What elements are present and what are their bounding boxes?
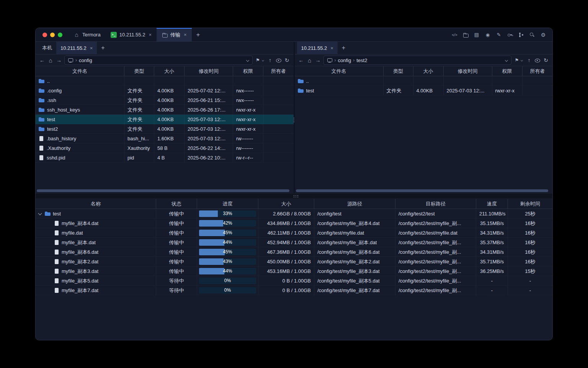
file-icon <box>55 259 59 264</box>
folder-blue-icon <box>39 98 44 103</box>
record-icon[interactable] <box>485 32 491 38</box>
breadcrumb-segment[interactable]: config <box>338 58 351 63</box>
column-header[interactable]: 大小 <box>413 66 444 76</box>
refresh-icon[interactable] <box>543 57 549 63</box>
transfer-size: 434.86MB / 1.00GB <box>258 219 314 228</box>
file-row[interactable]: ssh_host_keys 文件夹 4.00KB 2025-06-26 17:.… <box>36 105 294 115</box>
panel-tab[interactable]: 10.211.55.2 × <box>56 42 97 54</box>
code-icon[interactable] <box>451 32 457 38</box>
forward-icon[interactable] <box>56 57 62 63</box>
eye-icon[interactable] <box>276 57 282 63</box>
column-header[interactable]: 大小 <box>154 66 185 76</box>
horizontal-scrollbar[interactable] <box>37 189 289 192</box>
new-tab-button[interactable]: + <box>97 42 109 54</box>
breadcrumb-segment[interactable]: config <box>79 58 92 63</box>
path-bar[interactable]: › config <box>64 56 253 65</box>
gear-icon[interactable] <box>540 32 546 38</box>
horizontal-splitter[interactable] <box>36 193 552 199</box>
transfer-row[interactable]: myfile_副本2.dat 传输中 43% 450.00MB / 1.00GB… <box>36 257 552 266</box>
log-icon[interactable] <box>474 32 480 38</box>
splitter-grip[interactable] <box>294 195 294 196</box>
column-header[interactable]: 权限 <box>233 66 263 76</box>
column-header[interactable]: 进度 <box>197 199 258 209</box>
column-header[interactable]: 状态 <box>156 199 197 209</box>
file-row[interactable]: .ssh 文件夹 4.00KB 2025-06-21 15:... rwx---… <box>36 95 294 105</box>
file-row[interactable]: test 文件夹 4.00KB 2025-07-03 12:... rwxr-x… <box>36 115 294 124</box>
back-icon[interactable] <box>39 57 45 63</box>
horizontal-scrollbar[interactable] <box>296 189 549 192</box>
file-row[interactable]: .. <box>295 76 553 86</box>
up-icon[interactable] <box>267 57 273 63</box>
close-button[interactable] <box>42 33 47 37</box>
file-row[interactable]: test2 文件夹 4.00KB 2025-07-03 12:... rwxr-… <box>36 124 294 134</box>
column-header[interactable]: 文件名 <box>295 66 384 76</box>
refresh-icon[interactable] <box>284 57 290 63</box>
panel-tab[interactable]: 10.211.55.2 × <box>297 42 338 54</box>
transfer-row[interactable]: myfile.dat 传输中 45% 462.11MB / 1.00GB /co… <box>36 228 552 238</box>
app-tab[interactable]: Termora <box>69 28 106 41</box>
transfer-target-path: /config/test2/test/myfile_副... <box>395 238 476 247</box>
transfer-row[interactable]: myfile_副本5.dat 等待中 0% 0 B / 1.00GB /conf… <box>36 276 552 286</box>
tab-close-icon[interactable]: × <box>184 32 187 38</box>
file-row[interactable]: .config 文件夹 4.00KB 2025-07-02 12:... rwx… <box>36 86 294 95</box>
transfer-row[interactable]: myfile_副本3.dat 传输中 44% 453.16MB / 1.00GB… <box>36 266 552 276</box>
column-header[interactable]: 修改时间 <box>185 66 233 76</box>
column-header[interactable]: 大小 <box>258 199 314 209</box>
transfer-row[interactable]: myfile_副本.dat 传输中 44% 452.94MB / 1.00GB … <box>36 238 552 247</box>
app-tab[interactable]: 10.211.55.2 × <box>106 28 157 41</box>
minimize-button[interactable] <box>50 33 55 37</box>
transfer-source-path: /config/test/myfile_副本.dat <box>314 238 395 247</box>
breadcrumb-segment[interactable]: test2 <box>356 58 367 63</box>
file-row[interactable]: .. <box>36 76 294 86</box>
home-icon[interactable] <box>307 57 313 63</box>
transfer-row[interactable]: myfile_副本7.dat 等待中 0% 0 B / 1.00GB /conf… <box>36 286 552 295</box>
chevron-down-icon[interactable] <box>246 58 250 62</box>
file-row[interactable]: .bash_history bash_hi... 1.60KB 2025-07-… <box>36 134 294 143</box>
column-header[interactable]: 目标路径 <box>395 199 476 209</box>
column-header[interactable]: 速度 <box>476 199 508 209</box>
file-row[interactable]: sshd.pid pid 4 B 2025-06-22 10:... rw-r-… <box>36 153 294 163</box>
column-header[interactable]: 所有者 <box>523 66 553 76</box>
transfer-row[interactable]: myfile_副本4.dat 传输中 42% 434.86MB / 1.00GB… <box>36 219 552 228</box>
transfer-row[interactable]: test 传输中 33% 2.66GB / 8.00GB /config/tes… <box>36 209 552 219</box>
path-bar[interactable]: › config › test2 <box>323 56 512 65</box>
transfer-speed: 34.31MB/s <box>476 247 508 257</box>
transfer-row[interactable]: myfile_副本6.dat 传输中 45% 467.36MB / 1.00GB… <box>36 247 552 257</box>
file-mtime <box>444 76 492 86</box>
folder-icon[interactable] <box>462 32 469 38</box>
forward-icon[interactable] <box>315 57 321 63</box>
column-header[interactable]: 源路径 <box>314 199 395 209</box>
panel-tab[interactable]: 本机 <box>38 42 56 54</box>
tab-close-icon[interactable]: × <box>330 45 333 51</box>
column-header[interactable]: 修改时间 <box>444 66 492 76</box>
app-tab[interactable]: 传输 × <box>157 28 192 41</box>
tab-close-icon[interactable]: × <box>149 32 152 38</box>
column-header[interactable]: 剩余时间 <box>508 199 552 209</box>
new-tab-button[interactable]: + <box>338 42 350 54</box>
column-header[interactable]: 文件名 <box>36 66 124 76</box>
column-header[interactable]: 所有者 <box>263 66 294 76</box>
transfer-source-path: /config/test <box>314 209 395 219</box>
tab-close-icon[interactable]: × <box>90 45 93 51</box>
column-header[interactable]: 类型 <box>384 66 413 76</box>
column-header[interactable]: 类型 <box>124 66 154 76</box>
zoom-button[interactable] <box>58 33 62 37</box>
expand-chevron-icon[interactable] <box>38 211 42 216</box>
file-row[interactable]: test 文件夹 4.00KB 2025-07-03 12:... rwxr-x… <box>295 86 553 95</box>
new-window-tab-button[interactable]: + <box>192 28 205 41</box>
eye-icon[interactable] <box>534 57 541 63</box>
bookmark-button[interactable] <box>514 57 524 63</box>
edit-icon[interactable] <box>496 32 502 38</box>
home-icon[interactable] <box>47 57 54 63</box>
key-icon[interactable] <box>507 32 513 38</box>
branch-icon[interactable] <box>518 32 524 38</box>
bookmark-button[interactable] <box>255 57 265 63</box>
file-row[interactable]: .Xauthority Xauthority 58 B 2025-06-22 1… <box>36 143 294 153</box>
column-header[interactable]: 权限 <box>492 66 523 76</box>
search-icon[interactable] <box>529 32 535 38</box>
chevron-down-icon[interactable] <box>505 58 508 62</box>
up-icon[interactable] <box>526 57 532 63</box>
back-icon[interactable] <box>298 57 304 63</box>
transfer-status: 传输中 <box>156 247 197 257</box>
column-header[interactable]: 名称 <box>36 199 156 209</box>
